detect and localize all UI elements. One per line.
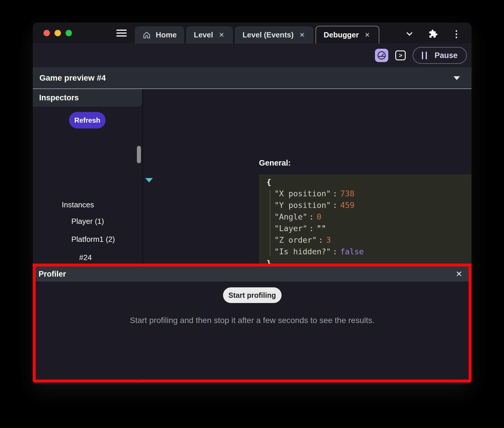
pause-button[interactable]: Pause — [413, 47, 467, 64]
json-property-row: "X position":738 — [259, 188, 472, 200]
overflow-menu-icon[interactable]: ⋮ — [452, 30, 461, 38]
start-profiling-button[interactable]: Start profiling — [223, 287, 282, 303]
pause-button-label: Pause — [434, 51, 458, 60]
sidebar-item-platform1[interactable]: Platform1 (2) — [71, 235, 115, 245]
pause-icon — [422, 52, 427, 59]
console-icon: > — [399, 52, 403, 59]
tab-bar: Home Level ✕ Level (Events) ✕ Debugger ✕ — [33, 23, 472, 43]
general-json-view: { "X position":738 "Y position":459 "Ang… — [259, 175, 472, 268]
sidebar-item-instances[interactable]: Instances — [62, 200, 94, 210]
json-property-row: "Layer":"" — [259, 223, 472, 234]
json-key: "Y position" — [274, 201, 331, 210]
gauge-icon — [377, 50, 387, 60]
sidebar-item-player[interactable]: Player (1) — [71, 217, 104, 227]
profiler-body: Start profiling Start profiling and then… — [36, 282, 469, 325]
profiler-gauge-button[interactable] — [375, 49, 388, 62]
json-open-brace: { — [259, 176, 472, 188]
tab-debugger[interactable]: Debugger ✕ — [316, 26, 379, 43]
inspectors-header: Inspectors — [33, 89, 142, 107]
json-key: "Angle" — [274, 212, 307, 221]
json-key: "Layer" — [274, 224, 307, 233]
game-preview-header[interactable]: Game preview #4 — [33, 67, 472, 88]
refresh-button[interactable]: Refresh — [69, 112, 106, 128]
profiler-panel: Profiler ✕ Start profiling Start profili… — [33, 264, 472, 382]
debugger-toolbar: > Pause — [33, 43, 472, 67]
general-heading: General: — [259, 159, 291, 168]
tab-label: Level (Events) — [242, 30, 293, 39]
tab-level-events[interactable]: Level (Events) ✕ — [235, 26, 313, 43]
tab-label: Level — [194, 30, 213, 39]
tab-strip: Home Level ✕ Level (Events) ✕ Debugger ✕ — [135, 26, 381, 43]
traffic-lights — [43, 30, 72, 36]
indent-guide — [270, 190, 270, 255]
tab-home[interactable]: Home — [135, 26, 184, 43]
json-value: false — [340, 247, 364, 256]
collapse-object-icon[interactable] — [145, 178, 153, 182]
tab-level[interactable]: Level ✕ — [186, 26, 233, 43]
sidebar-scrollbar[interactable] — [137, 146, 141, 163]
close-tab-icon[interactable]: ✕ — [218, 31, 225, 39]
profiler-title: Profiler — [39, 270, 66, 279]
json-key: "Z order" — [274, 235, 317, 244]
close-profiler-icon[interactable]: ✕ — [456, 269, 462, 279]
app-window: Home Level ✕ Level (Events) ✕ Debugger ✕ — [33, 23, 472, 384]
json-value: "" — [317, 224, 326, 233]
json-value: 459 — [340, 201, 354, 210]
json-property-row: "Y position":459 — [259, 200, 472, 211]
zoom-window-button[interactable] — [66, 30, 72, 36]
close-tab-icon[interactable]: ✕ — [363, 31, 371, 39]
inspectors-title: Inspectors — [39, 93, 79, 102]
hamburger-menu-icon[interactable] — [116, 28, 127, 38]
json-value: 3 — [326, 235, 331, 244]
json-value: 738 — [340, 189, 354, 198]
titlebar-actions: ⋮ — [405, 29, 461, 39]
close-tab-icon[interactable]: ✕ — [298, 31, 306, 39]
json-property-row: "Z order":3 — [259, 234, 472, 246]
extensions-puzzle-icon[interactable] — [428, 29, 438, 39]
console-button[interactable]: > — [395, 50, 406, 60]
profiler-hint-text: Start profiling and then stop it after a… — [130, 316, 375, 325]
tab-label: Home — [156, 30, 177, 39]
json-value: 0 — [317, 212, 321, 221]
chevron-down-icon[interactable] — [405, 29, 414, 39]
debugger-content: Inspectors Refresh Instances Player (1) … — [33, 89, 472, 384]
close-window-button[interactable] — [43, 30, 50, 36]
json-property-row: "Angle":0 — [259, 211, 472, 223]
minimize-window-button[interactable] — [55, 30, 61, 36]
json-property-row: "Is hidden?":false — [259, 246, 472, 257]
collapse-caret-icon[interactable] — [454, 76, 460, 80]
sidebar-item-24[interactable]: #24 — [79, 253, 92, 263]
game-preview-title: Game preview #4 — [39, 73, 106, 83]
tab-label: Debugger — [324, 30, 359, 39]
home-icon — [142, 31, 151, 39]
json-key: "Is hidden?" — [274, 247, 331, 256]
json-key: "X position" — [274, 189, 331, 198]
profiler-header: Profiler ✕ — [36, 266, 469, 282]
